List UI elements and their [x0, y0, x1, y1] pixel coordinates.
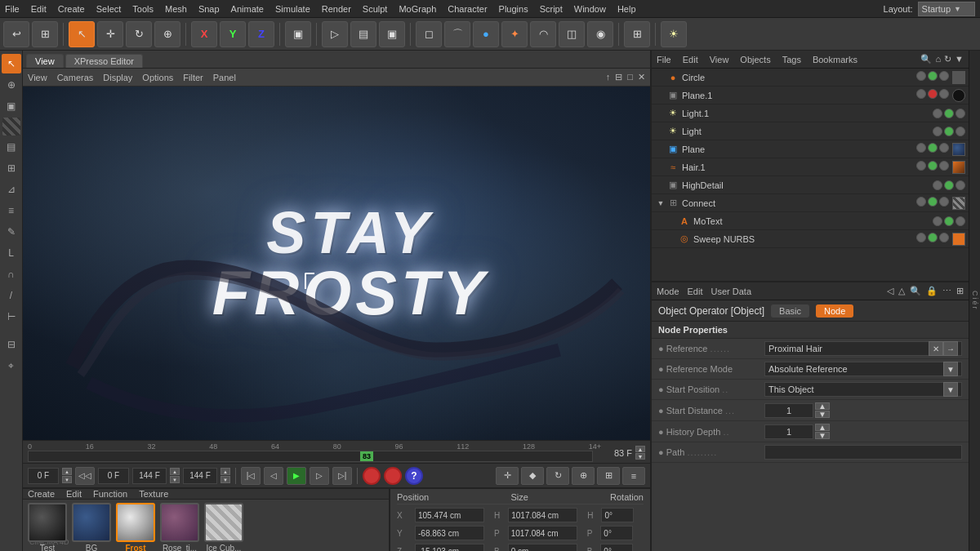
- deformer-button[interactable]: ◠: [530, 21, 556, 47]
- sidebar-lasso-icon[interactable]: L: [2, 243, 21, 263]
- om-filter-icon[interactable]: ▼: [955, 54, 964, 64]
- om-menu-objects[interactable]: Objects: [740, 55, 770, 64]
- vp-menu-display[interactable]: Display: [103, 73, 132, 82]
- obj-row-plane1[interactable]: ▣ Plane.1: [652, 87, 969, 104]
- props-menu-userdata[interactable]: User Data: [711, 287, 752, 296]
- sidebar-paint-icon[interactable]: ✎: [2, 222, 21, 242]
- obj-dot1-light1[interactable]: [933, 109, 942, 118]
- spline-button[interactable]: ⌒: [444, 21, 470, 47]
- menu-create[interactable]: Create: [58, 4, 85, 14]
- obj-dot1-light[interactable]: [933, 127, 942, 136]
- auto-key-button[interactable]: ?: [405, 467, 423, 485]
- histdepth-down-btn[interactable]: ▼: [815, 432, 830, 439]
- menu-edit[interactable]: Edit: [31, 4, 47, 14]
- sidebar-knife-icon[interactable]: /: [2, 286, 21, 305]
- sidebar-hair-icon[interactable]: ≡: [2, 201, 21, 220]
- timeline-playhead[interactable]: 83: [360, 451, 373, 461]
- viewport[interactable]: STAY FROSTY: [23, 87, 650, 440]
- render-all-button[interactable]: ▣: [379, 21, 405, 47]
- props-more-icon[interactable]: ⋯: [942, 286, 951, 296]
- obj-row-circle[interactable]: ● Circle: [652, 69, 969, 87]
- snap-icon-btn[interactable]: ✛: [496, 467, 519, 485]
- sidebar-coord-icon[interactable]: ⌖: [2, 356, 21, 375]
- om-menu-view[interactable]: View: [710, 55, 729, 64]
- props-menu-mode[interactable]: Mode: [657, 287, 679, 296]
- props-histdepth-input[interactable]: [764, 424, 813, 439]
- mat-tab-edit[interactable]: Edit: [66, 489, 82, 499]
- obj-dot3-plane[interactable]: [939, 143, 949, 153]
- rot-h-field[interactable]: [601, 508, 634, 522]
- start-frame-down[interactable]: ▼: [62, 476, 72, 483]
- obj-swatch-connect[interactable]: [952, 197, 965, 210]
- mat-tab-create[interactable]: Create: [28, 489, 55, 499]
- sidebar-texture-icon[interactable]: ▤: [2, 137, 21, 157]
- obj-dot2-light1[interactable]: [944, 109, 954, 118]
- obj-dot3-connect[interactable]: [939, 197, 949, 207]
- menu-sculpt[interactable]: Sculpt: [363, 4, 388, 14]
- obj-swatch-plane1[interactable]: [952, 89, 965, 102]
- key-icon-btn[interactable]: ◆: [521, 467, 544, 485]
- obj-dot2-sweepnurbs[interactable]: [928, 233, 938, 242]
- redo-button[interactable]: ⊞: [32, 21, 58, 47]
- om-search-icon[interactable]: 🔍: [920, 54, 932, 64]
- object-mode-button[interactable]: ▣: [285, 21, 311, 47]
- material-item-bg[interactable]: BG: [72, 503, 111, 551]
- sidebar-select-icon[interactable]: ⊕: [2, 75, 21, 95]
- sidebar-magnet-icon[interactable]: ∩: [2, 264, 21, 284]
- sidebar-grid-icon[interactable]: ⊞: [2, 158, 21, 178]
- step-forward-button[interactable]: ▷: [310, 467, 329, 485]
- max-frame-down[interactable]: ▼: [220, 476, 230, 483]
- obj-dot-gray2-circle[interactable]: [939, 71, 949, 81]
- obj-dot1-highdetail[interactable]: [933, 180, 942, 190]
- rot-p-field[interactable]: [600, 526, 633, 540]
- pos-y-field[interactable]: [415, 526, 484, 540]
- obj-dot2-light[interactable]: [944, 127, 954, 136]
- obj-dot1-sweepnurbs[interactable]: [916, 233, 926, 242]
- start-frame-up[interactable]: ▲: [62, 468, 72, 475]
- end-frame-down[interactable]: ▼: [170, 476, 180, 483]
- menu-script[interactable]: Script: [540, 4, 563, 14]
- obj-dot3-hair1[interactable]: [939, 161, 949, 171]
- record-all-button[interactable]: [384, 467, 402, 485]
- obj-dot2-motext[interactable]: [944, 216, 954, 226]
- obj-dot1-plane[interactable]: [916, 143, 926, 153]
- vp-icon-3[interactable]: □: [627, 72, 633, 82]
- menu-render[interactable]: Render: [322, 4, 351, 14]
- panel-icon-btn[interactable]: ≡: [622, 467, 645, 485]
- om-menu-edit[interactable]: Edit: [683, 55, 698, 64]
- vp-menu-view[interactable]: View: [28, 73, 47, 82]
- obj-dot3-plane1[interactable]: [939, 89, 949, 99]
- play-button[interactable]: ▶: [287, 467, 306, 485]
- menu-snap[interactable]: Snap: [198, 4, 220, 14]
- render-region-button[interactable]: ▤: [350, 21, 376, 47]
- rot-b-field[interactable]: [600, 544, 633, 551]
- props-value-startpos[interactable]: This Object ▼: [764, 382, 962, 397]
- om-menu-file[interactable]: File: [657, 55, 671, 64]
- go-to-end-button[interactable]: ▷|: [332, 467, 352, 485]
- light-button[interactable]: ◉: [587, 21, 613, 47]
- material-item-frost[interactable]: Frost: [116, 503, 155, 551]
- props-startpos-arrow-btn[interactable]: ▼: [943, 382, 958, 397]
- vp-menu-cameras[interactable]: Cameras: [57, 73, 94, 82]
- menu-simulate[interactable]: Simulate: [275, 4, 310, 14]
- menu-mograph[interactable]: MoGraph: [399, 4, 436, 14]
- menu-file[interactable]: File: [5, 4, 20, 14]
- record-button[interactable]: [363, 467, 381, 485]
- max-frame-up[interactable]: ▲: [220, 468, 230, 475]
- y-axis-button[interactable]: Y: [220, 21, 246, 47]
- sidebar-polygon-icon[interactable]: ▣: [2, 96, 21, 116]
- rotate-tool-button[interactable]: ↻: [126, 21, 152, 47]
- pos-z-field[interactable]: [415, 544, 484, 551]
- z-axis-button[interactable]: Z: [248, 21, 274, 47]
- cube-button[interactable]: ◻: [416, 21, 442, 47]
- vp-icon-1[interactable]: ↑: [606, 72, 611, 82]
- pivot-icon-btn[interactable]: ⊕: [572, 467, 595, 485]
- props-lock-icon[interactable]: 🔒: [926, 286, 938, 296]
- material-item-rose[interactable]: Rose_ti...: [160, 503, 199, 551]
- props-refmode-arrow-btn[interactable]: ▼: [943, 362, 958, 376]
- obj-row-plane[interactable]: ▣ Plane: [652, 140, 969, 158]
- go-to-start-button[interactable]: |◁: [241, 467, 261, 485]
- material-item-test[interactable]: Test: [28, 503, 67, 551]
- layout-dropdown[interactable]: Startup ▼: [918, 2, 975, 16]
- om-refresh-icon[interactable]: ↻: [944, 54, 951, 64]
